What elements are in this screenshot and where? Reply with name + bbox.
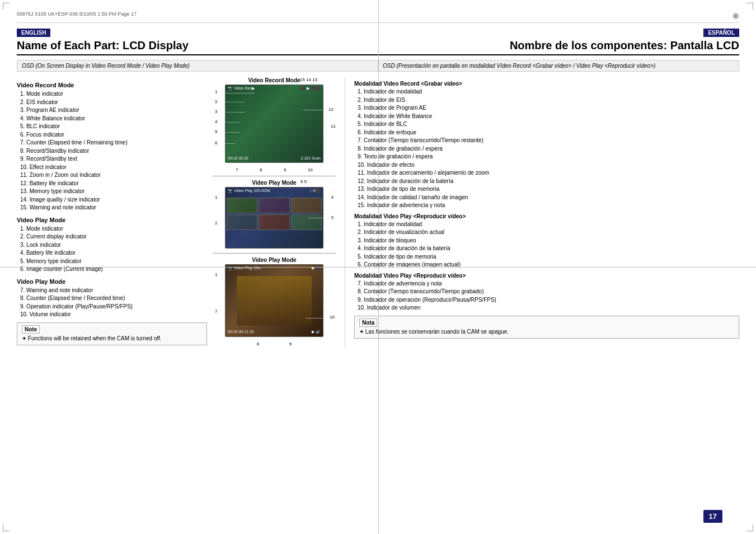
list-item: 6. Focus indicator [19,131,207,139]
list-item: 2. Current display indicator [19,233,207,241]
list-item: 11. Indicador de acercamiento / alejamie… [356,169,739,177]
list-item: 10. Indicador de volumen [356,304,739,312]
note-box-en: Note ✦ Functions will be retained when t… [17,322,207,345]
list-item: 7. Counter (Elapsed time / Remaining tim… [19,139,207,147]
list-item: 3. Indicador de Program AE [356,104,739,113]
list-item: 8. Indicador de grabación / espera [356,145,739,153]
list-item: 4. Indicador de duración de la batería [356,245,739,253]
list-item: 10. Indicador de efecto [356,161,739,170]
list-item: 13. Memory type indicator [19,188,207,196]
col-divider [345,77,345,348]
list-item: 7. Indicador de advertencia y nota [356,280,739,288]
note-title-en: Note [22,325,40,334]
list-item: 7. Contador (Tiempo transcurrido/Tiempo … [356,137,739,145]
list-item: 3. Program AE indicator [19,106,207,115]
es-video-play-title: Modalidad Video Play <Reproducir vídeo> [354,213,739,219]
diag2: 📷 Video Play 100-0056 □ 4⬛ [225,187,323,249]
list-item: 6. Contador de imágenes (imagen actual) [356,261,739,269]
list-item: 3. Indicador de bloqueo [356,237,739,245]
list-item: 14. Indicador de calidad / tamaño de ima… [356,194,739,202]
espanol-badge: ESPAÑOL [703,29,739,37]
list-item: 10. Effect indicator [19,163,207,172]
list-item: 1. Indicador de modalidad [356,221,739,229]
en-video-play-title2: Video Play Mode [17,278,207,285]
en-video-play-list1: 1. Mode indicator 2. Current display ind… [17,225,207,274]
list-item: 5. BLC indicator [19,123,207,131]
title-right: Nombre de los componentes: Pantalla LCD [189,39,739,52]
list-item: 1. Mode indicator [19,90,207,99]
diag3-label: Video Play Mode [213,257,336,263]
diag2-label: Video Play Mode [213,180,336,186]
diag2-wrapper: 1 2 3 4 6 5 📷 Video Play 100-0056 □ 4⬛ [225,187,323,249]
en-video-play-list2: 7. Warning and note indicator 8. Counter… [17,287,207,319]
list-item: 5. Indicador de tipo de memoria [356,253,739,261]
en-video-record-list: 1. Mode indicator 2. EIS indicator 3. Pr… [17,90,207,212]
en-video-play-title: Video Play Mode [17,217,207,223]
diag1: 15 14 13 📷 Video Rec▶ ⬛ ▶ ⬛⬛ [225,85,323,163]
osd-right: OSD (Presentación en pantalla en modalid… [378,60,739,71]
es-video-play-list1: 1. Indicador de modalidad 2. Indicador d… [354,221,739,269]
es-video-play-list2: 7. Indicador de advertencia y nota 8. Co… [354,280,739,312]
list-item: 3. Lock indicator [19,241,207,250]
center-crosshair-v [378,0,379,534]
list-item: 8. Counter (Elapsed time / Recorded time… [19,294,207,303]
list-item: 2. Indicador de EIS [356,96,739,105]
list-item: 4. Battery life indicator [19,249,207,257]
english-badge: ENGLISH [17,29,50,37]
list-item: 4. Indicador de White Balance [356,113,739,121]
list-item: 9. Record/Standby text [19,155,207,163]
note-title-es: Nota [359,318,377,327]
list-item: 14. Image quality / size indicator [19,196,207,204]
list-item: 5. Indicador de BLC [356,120,739,129]
list-item: 12. Indicador de duración de la batería [356,177,739,186]
note-bullet-es: ✦ Las funciones se conservarán cuando la… [359,328,734,336]
list-item: 9. Texto de grabación / espera [356,153,739,161]
list-item: 2. EIS indicator [19,99,207,107]
list-item: 5. Memory type indicator [19,257,207,266]
diag3-wrapper: 1 10 📷 Video Play 10a... ▶ ⬛ 00:16 00:11… [225,264,323,346]
title-left: Name of Each Part: LCD Display [17,39,189,52]
list-item: 7. Warning and note indicator [19,287,207,295]
diag1-wrapper: 1 2 3 4 5 6 12 11 15 14 13 📷 Video Rec▶ … [225,85,323,172]
list-item: 15. Warning and note indicator [19,204,207,212]
list-item: 8. Record/Standby indicator [19,147,207,156]
es-video-record-list: 1. Indicador de modalidad 2. Indicador d… [354,88,739,210]
diag3: 📷 Video Play 10a... ▶ ⬛ 00:16 00:11:10 ▶… [225,264,323,337]
list-item: 9. Indicador de operación (Reproducir/Pa… [356,296,739,305]
list-item: 1. Mode indicator [19,225,207,233]
es-video-record-title: Modalidad Video Record <Grabar vídeo> [354,81,739,87]
page-number-badge: 17 [703,510,722,523]
list-item: 9. Operation indicator (Play/Pause/RPS/F… [19,303,207,311]
list-item: 1. Indicador de modalidad [356,88,739,96]
osd-left: OSD (On Screen Display in Video Record M… [17,60,378,71]
list-item: 12. Battery life indicator [19,180,207,188]
print-header-text: 00876J X105 UK+ESP-036 6/10/05 1:50 PM P… [17,11,137,20]
list-item: 10. Volume indicator [19,311,207,319]
list-item: 11. Zoom in / Zoom out indicator [19,171,207,180]
list-item: 8. Contador (Tiempo transcurrido/Tiempo … [356,288,739,296]
list-item: 4. White Balance indicator [19,115,207,123]
print-header-circle: ⊕ [732,11,739,20]
note-box-es: Nota ✦ Las funciones se conservarán cuan… [354,316,739,339]
en-video-record-title: Video Record Mode [17,82,207,88]
diag1-label: Video Record Mode [213,77,336,83]
note-bullet-en: ✦ Functions will be retained when the CA… [22,335,202,343]
list-item: 2. Indicador de visualización actual [356,228,739,237]
list-item: 6. Indicador de enfoque [356,129,739,137]
col-spanish: Modalidad Video Record <Grabar vídeo> 1.… [354,77,739,348]
list-item: 15. Indicador de advertencia y nota [356,202,739,210]
list-item: 13. Indicador de tipo de memoria [356,185,739,194]
col-diagrams: Video Record Mode 1 2 3 4 5 6 12 11 15 1… [213,77,336,348]
es-video-play-title2: Modalidad Video Play <Reproducir vídeo> [354,273,739,279]
col-english: Video Record Mode 1. Mode indicator 2. E… [17,77,207,348]
